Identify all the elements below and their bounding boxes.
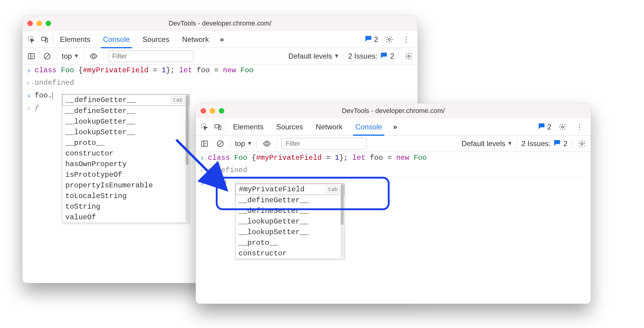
autocomplete-popup[interactable]: #myPrivateField tab __defineGetter__ __d… — [235, 183, 345, 259]
svg-rect-4 — [28, 53, 34, 59]
issues-badge-count: 2 — [547, 123, 551, 131]
sidebar-toggle-icon[interactable] — [26, 50, 37, 62]
autocomplete-item[interactable]: valueOf — [62, 212, 189, 223]
filter-input[interactable] — [281, 138, 367, 149]
autocomplete-popup[interactable]: __defineGetter__ tab __defineSetter__ __… — [62, 94, 190, 223]
zoom-dot[interactable] — [46, 21, 51, 26]
inspect-icon[interactable] — [199, 121, 210, 133]
autocomplete-item[interactable]: __defineGetter__ — [236, 195, 344, 206]
message-icon — [380, 51, 388, 61]
console-input-text[interactable]: foo. — [35, 91, 53, 100]
console-settings-icon[interactable] — [403, 50, 415, 62]
code-line: class Foo {#myPrivateField = 1}; let foo… — [208, 154, 427, 162]
autocomplete-item[interactable]: __lookupGetter__ — [62, 116, 189, 127]
autocomplete-item[interactable]: __defineSetter__ — [62, 106, 189, 116]
close-dot[interactable] — [201, 108, 206, 114]
svg-point-19 — [581, 142, 583, 145]
autocomplete-item[interactable]: toLocaleString — [62, 191, 189, 201]
tab-hint: tab — [171, 97, 185, 104]
more-tabs-icon[interactable]: » — [389, 121, 401, 133]
tab-elements[interactable]: Elements — [228, 118, 269, 135]
minimize-dot[interactable] — [210, 108, 215, 114]
clear-console-icon[interactable] — [215, 138, 226, 149]
close-dot[interactable] — [27, 21, 33, 26]
window-title: DevTools - developer.chrome.com/ — [22, 19, 418, 27]
scrollbar-thumb[interactable] — [186, 95, 189, 165]
tab-hint: tab — [326, 186, 340, 193]
autocomplete-item[interactable]: hasOwnProperty — [62, 159, 189, 169]
zoom-dot[interactable] — [219, 108, 224, 114]
tab-console[interactable]: Console — [98, 31, 135, 48]
chevron-down-icon: ▼ — [74, 53, 79, 59]
console-input-text[interactable]: foo. — [208, 179, 226, 187]
tab-sources[interactable]: Sources — [137, 31, 175, 48]
kebab-menu-icon[interactable]: ⋮ — [401, 34, 412, 45]
clear-console-icon[interactable] — [41, 50, 53, 62]
issues-label: 2 Issues: — [348, 52, 377, 60]
settings-icon[interactable] — [384, 34, 395, 45]
log-levels-selector[interactable]: Default levels ▼ — [462, 139, 513, 148]
issues-badge-count: 2 — [374, 35, 378, 44]
filter-input[interactable] — [108, 50, 193, 62]
tab-sources[interactable]: Sources — [271, 118, 308, 135]
scrollbar[interactable] — [341, 184, 344, 258]
inspect-icon[interactable] — [26, 34, 37, 45]
sidebar-toggle-icon[interactable] — [199, 138, 210, 149]
traffic-lights — [201, 108, 224, 114]
autocomplete-item[interactable]: __proto__ — [62, 138, 189, 148]
minimize-dot[interactable] — [36, 21, 42, 26]
tab-network[interactable]: Network — [177, 31, 214, 48]
live-expression-icon[interactable] — [261, 138, 273, 149]
message-icon — [364, 35, 372, 44]
chevron-down-icon: ▼ — [507, 140, 513, 147]
scrollbar-thumb[interactable] — [341, 184, 344, 225]
more-tabs-icon[interactable]: » — [216, 34, 228, 45]
autocomplete-item[interactable]: propertyIsEnumerable — [62, 180, 189, 191]
input-chevron-icon: › — [26, 92, 32, 100]
svg-point-13 — [562, 126, 564, 128]
tab-console[interactable]: Console — [350, 118, 387, 135]
autocomplete-item[interactable]: __proto__ — [236, 237, 344, 248]
console-entry: › class Foo {#myPrivateField = 1}; let f… — [22, 64, 418, 77]
autocomplete-item[interactable]: __defineSetter__ — [236, 206, 344, 216]
chevron-down-icon: ▼ — [334, 53, 339, 59]
device-mode-icon[interactable] — [39, 34, 50, 45]
autocomplete-item-selected[interactable]: __defineGetter__ tab — [62, 94, 189, 106]
context-selector[interactable]: top ▼ — [235, 139, 252, 148]
issues-badge[interactable]: 2 — [538, 122, 551, 132]
input-chevron-icon: › — [199, 154, 205, 162]
issues-summary[interactable]: 2 Issues: 2 — [522, 139, 567, 149]
context-selector[interactable]: top ▼ — [62, 52, 79, 60]
autocomplete-item[interactable]: __lookupSetter__ — [62, 127, 189, 138]
autocomplete-item-selected[interactable]: #myPrivateField tab — [236, 184, 344, 195]
issues-badge[interactable]: 2 — [364, 35, 378, 44]
log-levels-selector[interactable]: Default levels ▼ — [288, 52, 339, 60]
settings-icon[interactable] — [557, 121, 568, 133]
svg-line-7 — [45, 54, 49, 58]
tabs-bar: Elements Sources Network Console » 2 ⋮ — [196, 118, 591, 135]
console-output: › class Foo {#myPrivateField = 1}; let f… — [196, 152, 591, 190]
issues-summary[interactable]: 2 Issues: 2 — [348, 51, 394, 61]
kebab-menu-icon[interactable]: ⋮ — [574, 121, 585, 133]
autocomplete-item[interactable]: isPrototypeOf — [62, 169, 189, 180]
device-mode-icon[interactable] — [212, 121, 224, 133]
autocomplete-item[interactable]: toString — [62, 201, 189, 212]
autocomplete-item[interactable]: constructor — [62, 148, 189, 159]
autocomplete-item[interactable]: __lookupGetter__ — [236, 216, 344, 227]
tab-elements[interactable]: Elements — [54, 31, 96, 48]
input-chevron-icon: › — [199, 179, 205, 188]
devtools-window-2: DevTools - developer.chrome.com/ Element… — [196, 103, 591, 304]
separator — [230, 139, 231, 148]
tab-network[interactable]: Network — [310, 118, 348, 135]
autocomplete-item[interactable]: constructor — [236, 248, 344, 259]
autocomplete-item[interactable]: __lookupSetter__ — [236, 227, 344, 237]
separator — [57, 52, 57, 61]
issues-count: 2 — [563, 139, 567, 148]
output-chevron-icon: ‹· — [199, 167, 205, 175]
titlebar: DevTools - developer.chrome.com/ — [22, 16, 418, 31]
live-expression-icon[interactable] — [88, 50, 99, 62]
scrollbar[interactable] — [186, 95, 189, 222]
separator — [344, 52, 344, 61]
console-settings-icon[interactable] — [576, 138, 588, 149]
autocomplete-item-label: __defineGetter__ — [66, 96, 136, 104]
